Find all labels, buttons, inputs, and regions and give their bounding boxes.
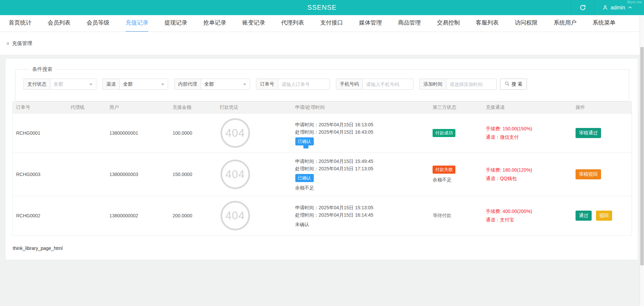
col-time: 申请/处理时间 [292, 102, 430, 114]
cell-order-no: RCHG0003 [13, 153, 67, 196]
table-header-row: 订单号 代理线 用户 充值金额 打款凭证 申请/处理时间 第三方状态 充值通道 … [13, 102, 632, 114]
channel-label: 渠道 [103, 79, 120, 89]
apply-time: 申请时间：2025年04月15日 15:13:05 [295, 204, 426, 211]
pay-status-select[interactable]: 支付状态 全部 [23, 79, 96, 90]
pass-button[interactable]: 通过 [576, 211, 592, 221]
tab-goods-manage[interactable]: 商品管理 [398, 15, 421, 32]
third-status-badge: 付款成功 [433, 129, 455, 137]
internal-agent-select[interactable]: 内部代理 全部 [174, 79, 250, 90]
fee-text: 手续费: 180.00(120%) [486, 166, 569, 174]
user-name: admin [610, 5, 625, 11]
tab-recharge-record[interactable]: 充值记录 [126, 15, 148, 32]
confirm-badge[interactable]: 已确认 [295, 137, 314, 145]
tab-trade-control[interactable]: 交易控制 [437, 15, 460, 32]
user-icon [602, 5, 608, 10]
tab-agent-list[interactable]: 代理列表 [281, 15, 304, 32]
tab-media-manage[interactable]: 媒体管理 [359, 15, 382, 32]
cell-user: 13800000002 [106, 196, 169, 235]
add-time-label: 添加时间 [420, 79, 446, 89]
cell-channel: 手续费: 400.00(200%) 通道：支付宝 [483, 196, 573, 235]
cell-agent-line [67, 196, 106, 235]
cell-time: 申请时间：2025年04月15日 15:49:45 处理时间：2025年04月1… [292, 153, 430, 196]
cell-actions: 审核驳回 [572, 153, 632, 196]
cell-amount: 150.0000 [169, 153, 216, 196]
cell-agent-line [67, 114, 106, 153]
cell-order-no: RCHG0001 [13, 114, 67, 153]
search-filters: 支付状态 全部 渠道 全部 内部代理 全部 订单号 [23, 79, 629, 90]
pay-status-label: 支付状态 [24, 79, 50, 89]
tab-payment-api[interactable]: 支付接口 [320, 15, 343, 32]
pay-status-value: 全部 [50, 81, 89, 87]
search-button[interactable]: 搜 索 [500, 79, 527, 90]
refresh-button[interactable] [571, 0, 594, 15]
channel-select[interactable]: 渠道 全部 [102, 79, 168, 90]
third-status-text: 等待付款 [433, 213, 451, 218]
process-time: 处理时间：2025年04月15日 16:14:45 [295, 211, 426, 219]
confirm-badge[interactable]: 已确认 [295, 174, 314, 182]
tab-home-stats[interactable]: 首页统计 [9, 15, 32, 32]
col-proof: 打款凭证 [216, 102, 292, 114]
watermark: 8kym.me [627, 0, 642, 4]
payment-proof-image[interactable]: 404 [220, 201, 250, 230]
chevron-down-icon [161, 84, 164, 87]
payment-proof-image[interactable]: 404 [220, 118, 250, 148]
broken-image-404-text: 404 [225, 127, 245, 139]
col-order-no: 订单号 [13, 102, 67, 114]
tab-withdraw-record[interactable]: 提现记录 [164, 15, 187, 32]
fee-text: 手续费: 150.00(150%) [486, 125, 569, 133]
add-time-input[interactable] [446, 82, 496, 87]
order-no-label: 订单号 [256, 79, 278, 89]
tab-grab-order-record[interactable]: 抢单记录 [203, 15, 226, 32]
tab-balance-change-record[interactable]: 账变记录 [242, 15, 265, 32]
chevron-down-icon [89, 84, 93, 87]
col-actions: 操作 [572, 102, 632, 114]
reject-button[interactable]: 驳回 [596, 211, 612, 221]
phone-input[interactable] [363, 82, 413, 87]
confirm-note: 余额不足 [295, 184, 426, 191]
content-card: 条件搜索 支付状态 全部 渠道 全部 内部代理 全部 [6, 59, 638, 260]
scrollbar-track[interactable] [640, 15, 644, 306]
cell-channel: 手续费: 150.00(150%) 通道：微信支付 [483, 114, 573, 153]
tab-system-user[interactable]: 系统用户 [554, 15, 577, 32]
apply-time: 申请时间：2025年04月15日 15:49:45 [295, 158, 426, 165]
table-row: RCHG0003 13800000003 150.0000 404 申请时间：2… [13, 153, 632, 196]
breadcrumb[interactable]: 充值管理 [12, 40, 32, 47]
cell-proof: 404 [216, 153, 292, 196]
channel-text: 通道：QQ钱包 [486, 174, 569, 183]
audit-reject-button[interactable]: 审核驳回 [576, 169, 601, 179]
app-header: 8kym.me SSENSE admin [0, 0, 644, 15]
apply-time: 申请时间：2025年04月15日 16:13:05 [295, 121, 426, 128]
cell-agent-line [67, 153, 106, 196]
tooltip-fragment [303, 144, 308, 148]
debug-text: think_library_page_html [13, 246, 638, 251]
nav-tabs: 首页统计 会员列表 会员等级 充值记录 提现记录 抢单记录 账变记录 代理列表 … [0, 15, 644, 32]
app-title: SSENSE [0, 0, 644, 15]
audit-pass-button[interactable]: 审核通过 [576, 128, 601, 138]
tab-access-permission[interactable]: 访问权限 [515, 15, 538, 32]
col-amount: 充值金额 [169, 102, 216, 114]
search-fieldset: 条件搜索 支付状态 全部 渠道 全部 内部代理 全部 [15, 66, 629, 101]
tab-member-level[interactable]: 会员等级 [87, 15, 109, 32]
tab-system-menu[interactable]: 系统菜单 [593, 15, 615, 32]
col-agent-line: 代理线 [67, 102, 106, 114]
main-content: 条件搜索 支付状态 全部 渠道 全部 内部代理 全部 [0, 55, 644, 260]
order-no-input[interactable] [278, 82, 330, 87]
search-button-label: 搜 索 [512, 81, 523, 87]
add-time-field: 添加时间 [419, 79, 497, 90]
cell-amount: 100.0000 [169, 114, 216, 153]
scrollbar-thumb[interactable] [640, 47, 644, 265]
cell-time: 申请时间：2025年04月15日 15:13:05 处理时间：2025年04月1… [292, 196, 430, 235]
cell-user: 13800000003 [106, 153, 169, 196]
tab-member-list[interactable]: 会员列表 [48, 15, 70, 32]
breadcrumb-bar: » 充值管理 [0, 32, 644, 55]
process-time: 处理时间：2025年04月15日 16:43:05 [295, 128, 426, 136]
cell-third-status: 付款失败 余额不足 [429, 153, 483, 196]
breadcrumb-chevrons-icon: » [6, 41, 9, 46]
payment-proof-image[interactable]: 404 [220, 160, 250, 189]
cell-actions: 通过 驳回 [572, 196, 632, 235]
cell-user: 13800000001 [106, 114, 169, 153]
tab-customer-service-list[interactable]: 客服列表 [476, 15, 499, 32]
phone-field: 手机号码 [336, 79, 413, 90]
chevron-down-icon [243, 84, 246, 87]
order-no-field: 订单号 [256, 79, 330, 90]
